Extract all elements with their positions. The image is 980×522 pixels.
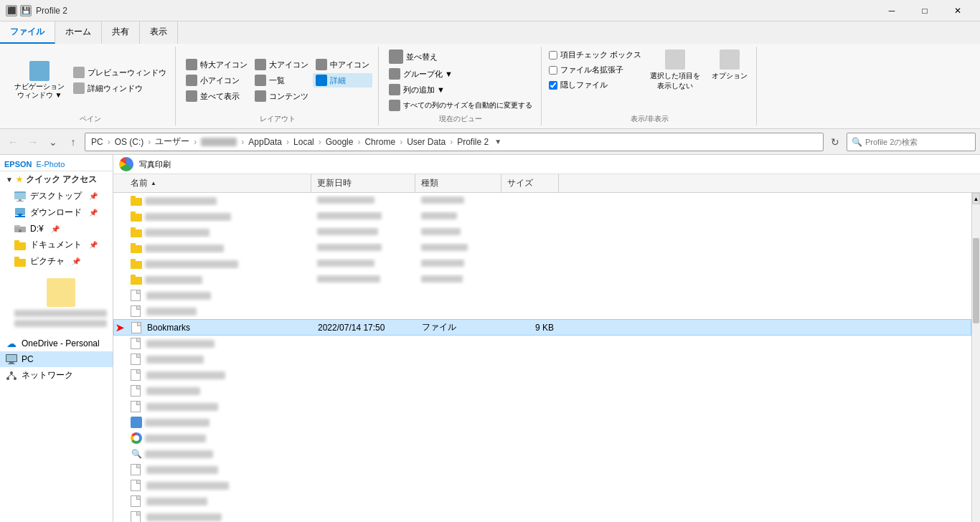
svg-rect-13 <box>8 364 15 364</box>
list-item[interactable] <box>113 367 971 383</box>
maximize-button[interactable]: □ <box>908 0 941 22</box>
col-header-date[interactable]: 更新日時 <box>311 174 415 192</box>
sidebar-item-documents[interactable]: ドキュメント 📌 <box>0 237 113 253</box>
list-item[interactable]: 🔍 <box>113 446 971 462</box>
list-item[interactable] <box>113 303 971 319</box>
path-username <box>201 138 237 146</box>
addressbar[interactable]: PC › OS (C:) › ユーザー › › AppData › Local … <box>85 133 824 151</box>
list-button[interactable]: 一覧 <box>252 73 311 87</box>
checkbox-hidden[interactable]: 隠しファイル <box>549 78 641 92</box>
tab-share[interactable]: 共有 <box>102 22 140 44</box>
search-input[interactable] <box>865 138 971 146</box>
hidden-files-input[interactable] <box>549 81 557 90</box>
file-icon <box>131 369 141 381</box>
col-header-size[interactable]: サイズ <box>501 174 559 192</box>
hide-selected-button[interactable]: 選択した項目を表示しない <box>647 48 703 92</box>
col-header-name[interactable]: 名前 ▲ <box>125 174 311 192</box>
list-item[interactable] <box>113 224 971 240</box>
sidebar-item-pc[interactable]: PC <box>0 351 113 367</box>
group-button[interactable]: グループ化 ▼ <box>386 67 456 81</box>
file-name-blurred <box>146 308 197 315</box>
vertical-scrollbar[interactable]: ▲ ▼ <box>971 193 980 522</box>
checkbox-item-check[interactable]: 項目チェック ボックス <box>549 48 641 62</box>
svg-line-18 <box>11 374 15 377</box>
sidebar-item-pictures[interactable]: ピクチャ 📌 <box>0 253 113 270</box>
save-icon[interactable]: 💾 <box>20 5 32 16</box>
tile-button[interactable]: 並べて表示 <box>183 89 250 103</box>
add-column-button[interactable]: 列の追加 ▼ <box>386 82 448 97</box>
list-item[interactable] <box>113 272 971 288</box>
back-button[interactable]: ← <box>4 133 22 151</box>
list-item[interactable] <box>113 478 971 493</box>
list-item-bookmarks[interactable]: ➤ Bookmarks 2022/07/14 17:50 ファイル 9 KB <box>113 319 971 336</box>
pictures-folder-icon <box>14 257 26 267</box>
medium-icon-button[interactable]: 中アイコン <box>313 57 372 72</box>
list-item[interactable] <box>113 414 971 430</box>
scrollbar-thumb[interactable] <box>973 238 979 323</box>
svg-point-8 <box>19 229 22 232</box>
path-dropdown[interactable]: ▼ <box>494 138 501 146</box>
recent-button[interactable]: ⌄ <box>44 133 62 151</box>
db-icon <box>131 417 142 428</box>
titlebar: ⬛ 💾 Profile 2 ─ □ ✕ <box>0 0 980 22</box>
pin2-icon: 📌 <box>89 209 98 217</box>
small-icon-button[interactable]: 小アイコン <box>183 73 250 87</box>
scrollbar-up-button[interactable]: ▲ <box>972 193 980 204</box>
file-icon <box>131 401 141 412</box>
list-item[interactable] <box>113 193 971 209</box>
path-appdata: AppData <box>248 137 282 147</box>
quick-access-header[interactable]: ▼ ★ クイック アクセス <box>0 171 113 188</box>
list-item[interactable] <box>113 336 971 351</box>
file-name-blurred <box>145 276 202 284</box>
nav-window-button[interactable]: ナビゲーションウィンドウ ▼ <box>11 60 67 101</box>
up-button[interactable]: ↑ <box>65 133 82 151</box>
file-ext-input[interactable] <box>549 66 557 75</box>
documents-label: ドキュメント <box>30 239 82 251</box>
list-item[interactable] <box>113 288 971 303</box>
detail-view-button[interactable]: 詳細 <box>313 73 372 87</box>
sort-button[interactable]: 並べ替え <box>386 48 440 65</box>
checkbox-file-ext[interactable]: ファイル名拡張子 <box>549 63 641 77</box>
list-item[interactable] <box>113 462 971 478</box>
search-box: 🔍 <box>847 133 976 151</box>
refresh-button[interactable]: ↻ <box>826 133 844 151</box>
pin4-icon: 📌 <box>89 241 98 249</box>
ribbon: ファイル ホーム 共有 表示 ナビゲーションウィンドウ ▼ プレビューウィンドウ <box>0 22 980 129</box>
sidebar-item-desktop[interactable]: デスクトップ 📌 <box>0 188 113 204</box>
list-item[interactable] <box>113 399 971 414</box>
search-icon: 🔍 <box>852 137 862 147</box>
content-button[interactable]: コンテンツ <box>252 89 311 103</box>
col-header-type[interactable]: 種類 <box>415 174 501 192</box>
list-item-chrome[interactable] <box>113 430 971 446</box>
sidebar-item-download[interactable]: ダウンロード 📌 <box>0 204 113 221</box>
file-name-blurred <box>145 197 217 205</box>
file-icon <box>131 480 141 491</box>
list-item[interactable] <box>113 383 971 399</box>
options-button[interactable]: オプション <box>709 48 750 82</box>
sidebar-item-network[interactable]: ネットワーク <box>0 367 113 384</box>
list-item[interactable] <box>113 351 971 367</box>
item-check-input[interactable] <box>549 51 557 60</box>
desktop-label: デスクトップ <box>30 190 82 202</box>
auto-resize-button[interactable]: すべての列のサイズを自動的に変更する <box>386 98 535 113</box>
tab-home[interactable]: ホーム <box>55 22 102 44</box>
scrollbar-track[interactable] <box>972 204 980 522</box>
close-button[interactable]: ✕ <box>941 0 974 22</box>
xlarge-icon-button[interactable]: 特大アイコン <box>183 57 250 72</box>
preview-window-button[interactable]: プレビューウィンドウ <box>70 65 169 80</box>
tab-file[interactable]: ファイル <box>0 22 55 44</box>
list-item[interactable] <box>113 256 971 272</box>
sidebar-item-onedrive[interactable]: ☁ OneDrive - Personal <box>0 336 113 351</box>
minimize-button[interactable]: ─ <box>875 0 908 22</box>
detail-window-button[interactable]: 詳細ウィンドウ <box>70 81 169 95</box>
list-item[interactable] <box>113 493 971 509</box>
sidebar-item-drive[interactable]: D:¥ 📌 <box>0 221 113 237</box>
tab-view[interactable]: 表示 <box>140 22 178 44</box>
large-icon-button[interactable]: 大アイコン <box>252 57 311 72</box>
list-item[interactable] <box>113 209 971 224</box>
list-item[interactable] <box>113 509 971 522</box>
quick-access-icon[interactable]: ⬛ <box>6 5 17 16</box>
forward-button[interactable]: → <box>24 133 42 151</box>
svg-rect-6 <box>15 216 25 217</box>
list-item[interactable] <box>113 240 971 256</box>
